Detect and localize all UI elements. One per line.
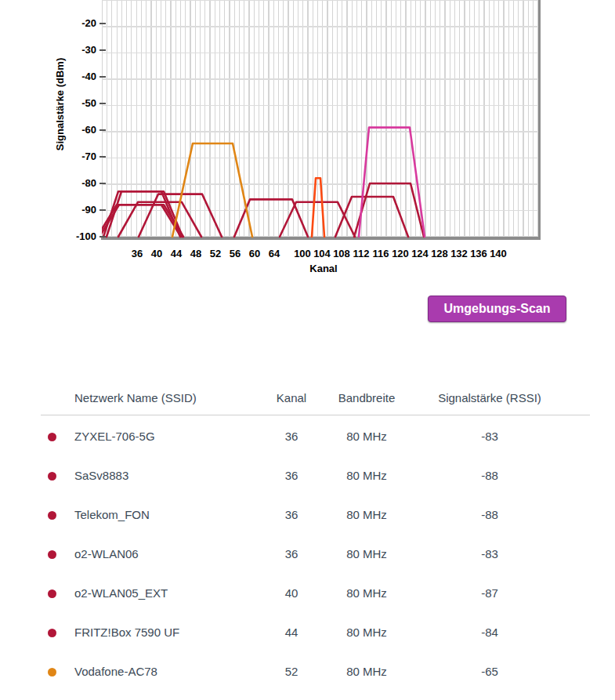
network-color-dot-icon: [48, 550, 56, 559]
y-tick-label: -10: [53, 0, 96, 3]
x-tick-label: 64: [261, 248, 288, 259]
rssi-cell: -87: [435, 582, 544, 604]
y-tick-label: -100: [53, 230, 96, 243]
table-row: ZYXEL-706-5G3680 MHz-83: [0, 426, 615, 448]
y-tick-label: -20: [53, 17, 96, 30]
bandbreite-cell: 80 MHz: [320, 426, 414, 448]
table-row: Vodafone-AC785280 MHz-65: [0, 661, 615, 683]
x-axis-title: Kanal: [292, 263, 355, 274]
header-bandbreite: Bandbreite: [320, 390, 414, 406]
y-tick-mark: [99, 156, 106, 158]
table-row: Telekom_FON3680 MHz-88: [0, 504, 615, 526]
bandbreite-cell: 80 MHz: [320, 622, 414, 644]
y-tick-mark: [99, 49, 106, 51]
y-tick-label: -80: [53, 177, 96, 190]
y-tick-label: -90: [53, 204, 96, 216]
y-tick-mark: [99, 183, 106, 184]
y-tick-mark: [99, 129, 106, 131]
table-row: o2-WLAN05_EXT4080 MHz-87: [0, 582, 615, 604]
network-color-dot-icon: [48, 668, 56, 676]
network-curve: [354, 183, 424, 237]
umgebungs-scan-button[interactable]: Umgebungs-Scan: [428, 296, 566, 322]
kanal-cell: 36: [260, 465, 323, 487]
bandbreite-cell: 80 MHz: [320, 465, 414, 487]
network-curve: [335, 197, 408, 237]
kanal-cell: 36: [260, 504, 323, 526]
y-tick-label: -60: [53, 124, 96, 136]
kanal-cell: 44: [260, 622, 323, 644]
rssi-cell: -65: [435, 661, 544, 683]
y-tick-mark: [99, 236, 106, 238]
table-row: SaSv88833680 MHz-88: [0, 465, 615, 487]
network-color-dot-icon: [48, 589, 56, 598]
ssid-cell: o2-WLAN06: [74, 543, 139, 565]
ssid-cell: FRITZ!Box 7590 UF: [74, 622, 179, 644]
network-curve: [280, 202, 355, 237]
rssi-cell: -88: [435, 504, 544, 526]
kanal-cell: 36: [260, 426, 323, 448]
header-rssi: Signalstärke (RSSI): [435, 390, 544, 406]
network-color-dot-icon: [48, 472, 56, 481]
y-tick-mark: [99, 76, 106, 78]
ssid-cell: SaSv8883: [74, 465, 128, 487]
ssid-cell: ZYXEL-706-5G: [74, 426, 155, 448]
network-color-dot-icon: [48, 511, 56, 520]
y-tick-label: -50: [53, 97, 96, 110]
rssi-cell: -83: [435, 426, 544, 448]
table-header-divider: [41, 415, 590, 415]
x-tick-label: 140: [485, 248, 512, 259]
network-curve: [312, 178, 324, 237]
y-tick-label: -70: [53, 151, 96, 163]
ssid-cell: o2-WLAN05_EXT: [74, 582, 168, 604]
rssi-cell: -84: [435, 622, 544, 644]
wifi-spectrum-chart: Signalstärke (dBm) Kanal -10-20-30-40-50…: [0, 0, 615, 282]
table-row: o2-WLAN063680 MHz-83: [0, 543, 615, 565]
network-curve: [118, 202, 201, 237]
wifi-scan-page: Signalstärke (dBm) Kanal -10-20-30-40-50…: [0, 0, 615, 700]
y-tick-mark: [99, 23, 106, 24]
kanal-cell: 40: [260, 582, 323, 604]
table-row: FRITZ!Box 7590 UF4480 MHz-84: [0, 622, 615, 644]
rssi-cell: -88: [435, 465, 544, 487]
y-tick-label: -30: [53, 44, 96, 56]
header-kanal: Kanal: [260, 390, 323, 406]
ssid-cell: Vodafone-AC78: [74, 661, 157, 683]
y-tick-mark: [99, 209, 106, 211]
bandbreite-cell: 80 MHz: [320, 504, 414, 526]
kanal-cell: 52: [260, 661, 323, 683]
bandbreite-cell: 80 MHz: [320, 661, 414, 683]
ssid-cell: Telekom_FON: [74, 504, 150, 526]
bandbreite-cell: 80 MHz: [320, 543, 414, 565]
header-ssid: Netzwerk Name (SSID): [74, 390, 197, 406]
kanal-cell: 36: [260, 543, 323, 565]
rssi-cell: -83: [435, 543, 544, 565]
network-curve: [359, 128, 425, 237]
y-tick-mark: [99, 103, 106, 104]
network-color-dot-icon: [48, 629, 56, 637]
bandbreite-cell: 80 MHz: [320, 582, 414, 604]
network-color-dot-icon: [48, 433, 56, 441]
y-tick-label: -40: [53, 71, 96, 83]
